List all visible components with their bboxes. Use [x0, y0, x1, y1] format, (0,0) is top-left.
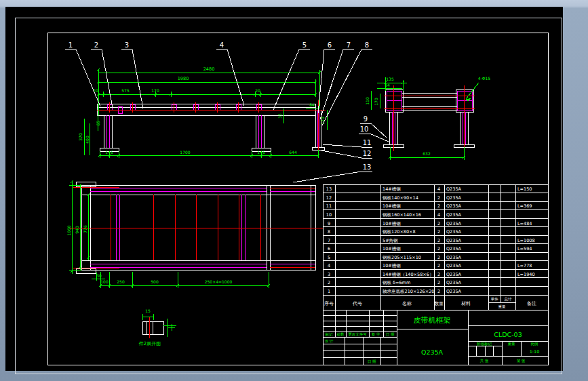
parts-row-qty: 2 — [437, 203, 440, 209]
parts-row-material: Q235A — [446, 229, 462, 235]
dim-20-right: 20 — [255, 88, 260, 93]
dim-370: 370 — [78, 133, 83, 141]
header-unit: 单件 — [491, 297, 499, 301]
parts-row-qty: 2 — [437, 246, 440, 252]
dim-500: 500 — [151, 279, 159, 284]
parts-row-material: Q235A — [446, 272, 462, 277]
parts-list-rows: 1314#槽钢4Q235AL=15012钢板140×90×142Q235A111… — [323, 186, 548, 294]
callout-11: 11 — [363, 139, 372, 146]
callout-13: 13 — [363, 163, 372, 171]
parts-row-note: L=484 — [517, 221, 532, 226]
front-view: 2480 1980 20 575 170 20 370 400 65 146 1… — [78, 66, 327, 158]
rev-date-label: 日 期 — [386, 332, 395, 337]
parts-row-name: 10#槽钢 — [383, 263, 401, 268]
rev-count-label: 处数 — [337, 332, 345, 337]
parts-row-name: 钢板 δ=6mm — [382, 280, 410, 285]
parts-row-name: 钢板140×90×14 — [382, 195, 418, 201]
parts-row-qty: 2 — [437, 229, 440, 235]
drawing-number: CLDC-03 — [494, 331, 522, 338]
dim-84-end: 84 — [385, 83, 390, 87]
parts-row-name: 14#槽钢（140×58×6） — [383, 272, 433, 277]
drawing: 2480 1980 20 575 170 20 370 400 65 146 1… — [5, 7, 588, 381]
header-name: 名称 — [402, 301, 412, 306]
cad-viewer-window: 2480 1980 20 575 170 20 370 400 65 146 1… — [0, 0, 588, 381]
parts-row-qty: 2 — [437, 238, 440, 243]
callout-3: 3 — [125, 41, 129, 49]
parts-row-note: L=369 — [517, 203, 532, 209]
material-spec: Q235A — [421, 348, 444, 356]
callout-8: 8 — [365, 41, 369, 49]
weight-label: 重量 — [508, 342, 516, 346]
parts-row-no: 2 — [328, 280, 330, 285]
callout-6: 6 — [328, 41, 332, 49]
parts-row-qty: 2 — [437, 263, 440, 268]
parts-row-qty: 2 — [437, 280, 440, 285]
rev-doc-label: 更改文件号 — [348, 332, 367, 336]
detail-outline — [142, 321, 163, 334]
scale-value: 1:10 — [530, 349, 540, 355]
callout-10: 10 — [360, 125, 369, 133]
header-code: 代号 — [352, 301, 362, 306]
front-structure — [97, 104, 324, 151]
parts-row-note: L=594 — [517, 246, 532, 252]
parts-row-qty: 2 — [437, 255, 440, 260]
plan-view: 1060 940 776 30 100 250 500 250×4=1000 — [66, 180, 323, 288]
callout-9: 9 — [364, 115, 368, 123]
parts-row-note: L=1008 — [517, 238, 535, 243]
header-remark: 备注 — [527, 300, 536, 306]
stage-mark-label: 阶段标记 — [477, 342, 492, 346]
dim-135: 135 — [386, 77, 394, 81]
plan-dim-lines — [69, 180, 270, 288]
dim-400: 400 — [85, 136, 90, 144]
parts-row-qty: 2 — [437, 221, 440, 226]
detail-caption: 件2展开图 — [139, 341, 161, 346]
dim-1060: 1060 — [66, 225, 71, 235]
design-label: 设 计 — [325, 339, 334, 343]
dim-170-end: 170 — [374, 98, 378, 106]
parts-row-material: Q235A — [446, 203, 462, 209]
callout-12: 12 — [363, 150, 372, 157]
parts-row-name: 钢板205×115×10 — [382, 255, 421, 260]
parts-row-material: Q235A — [446, 246, 462, 252]
end-structure — [383, 89, 474, 147]
parts-row-material: Q235A — [446, 195, 462, 201]
parts-row-material: Q235A — [446, 221, 462, 226]
parts-row-qty: 2 — [437, 195, 440, 201]
callout-1: 1 — [68, 41, 73, 49]
parts-row-qty: 4 — [437, 186, 440, 192]
parts-row-name: 钢板160×140×16 — [382, 212, 421, 218]
parts-row-material: Q235A — [446, 238, 462, 243]
title-block: 标记 处数 更改文件号 签 字 日 期 设 计 日 期 皮带机框架 Q235A … — [325, 316, 540, 364]
dim-1700: 1700 — [180, 150, 190, 155]
parts-row-no: 1 — [328, 289, 330, 294]
dim-644: 644 — [289, 150, 297, 155]
sheet-number-label: 第 张 — [517, 359, 526, 363]
date-label: 日 期 — [368, 359, 376, 364]
parts-row-no: 6 — [328, 246, 330, 252]
parts-row-name: 轴承座底板210×126×20 — [383, 289, 434, 294]
parts-row-material: Q235A — [446, 263, 462, 268]
header-seq: 序号 — [324, 301, 334, 306]
header-qty: 数量 — [434, 301, 444, 306]
front-details — [106, 104, 319, 148]
end-view: 135 84 110 170 632 4-Φ15 — [365, 76, 490, 160]
dim-146-right: 146 — [257, 150, 265, 155]
hole-callout: 4-Φ15 — [478, 76, 491, 81]
dim-65: 65 — [96, 121, 100, 126]
parts-row-name: 钢板120×80×8 — [382, 229, 416, 235]
parts-row-material: Q235A — [446, 280, 462, 285]
parts-row-no: 11 — [326, 203, 332, 209]
parts-row-name: 10#槽钢 — [383, 221, 401, 226]
dim-30: 30 — [96, 273, 102, 278]
dim-35: 35 — [277, 113, 282, 119]
dim-84-front: 84 — [309, 102, 315, 107]
parts-row-no: 13 — [326, 186, 332, 192]
parts-row-no: 7 — [328, 238, 330, 243]
dim-250: 250 — [117, 279, 125, 284]
parts-row-qty: 2 — [437, 272, 440, 277]
parts-row-qty: 2 — [437, 289, 440, 294]
parts-row-material: Q235A — [446, 289, 462, 294]
header-weight: 重量 — [498, 304, 507, 308]
callout-5: 5 — [302, 41, 307, 49]
rev-mark-label: 标记 — [325, 332, 334, 337]
